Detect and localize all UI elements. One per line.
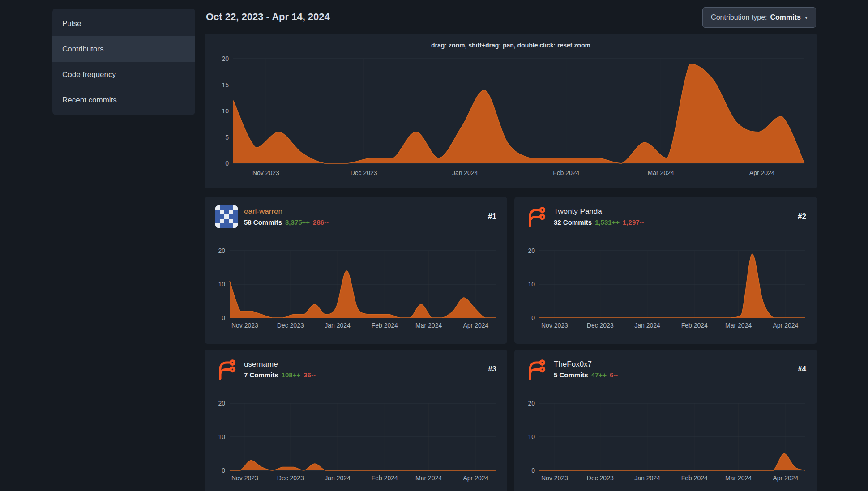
svg-text:Apr 2024: Apr 2024 [463,474,488,482]
contribution-type-dropdown[interactable]: Contribution type: Commits ▾ [702,7,816,28]
svg-text:Dec 2023: Dec 2023 [277,322,304,329]
svg-text:Jan 2024: Jan 2024 [634,322,660,329]
contributor-card: earl-warren 58 Commits 3,375++ 286-- #1 … [205,197,507,344]
contributors-page: Pulse Contributors Code frequency Recent… [0,0,868,491]
svg-text:0: 0 [531,467,535,474]
deletions-count: 1,297-- [623,218,644,226]
contributor-stats: 32 Commits 1,531++ 1,297-- [554,218,644,226]
svg-text:15: 15 [222,81,229,89]
svg-text:Jan 2024: Jan 2024 [325,322,351,329]
svg-text:Nov 2023: Nov 2023 [541,322,568,329]
svg-text:5: 5 [225,134,229,141]
contributor-card-header: username 7 Commits 108++ 36-- #3 [205,350,507,389]
svg-text:10: 10 [222,107,229,115]
chart-zoom-hint: drag: zoom, shift+drag: pan, double clic… [205,34,817,49]
contributor-card: Twenty Panda 32 Commits 1,531++ 1,297-- … [514,197,817,344]
contributor-card: username 7 Commits 108++ 36-- #3 Nov 202… [205,350,507,491]
rank-badge: #2 [798,212,806,221]
svg-text:Feb 2024: Feb 2024 [372,474,398,482]
svg-text:10: 10 [528,281,535,288]
svg-text:10: 10 [528,433,535,440]
svg-text:0: 0 [222,314,225,321]
contributor-name-link[interactable]: username [244,360,316,369]
svg-text:20: 20 [528,400,535,407]
identicon-avatar[interactable] [215,205,238,228]
svg-text:Dec 2023: Dec 2023 [587,322,614,329]
additions-count: 47++ [591,371,607,379]
svg-text:0: 0 [225,160,229,167]
svg-text:Mar 2024: Mar 2024 [725,322,752,329]
sidebar-item-contributors[interactable]: Contributors [52,36,195,62]
svg-text:Nov 2023: Nov 2023 [541,474,568,482]
date-range-title: Oct 22, 2023 - Apr 14, 2024 [206,11,330,23]
svg-text:Dec 2023: Dec 2023 [351,169,377,176]
contributor-activity-chart[interactable]: Nov 2023Dec 2023Jan 2024Feb 2024Mar 2024… [522,241,810,332]
svg-text:Nov 2023: Nov 2023 [231,322,258,329]
svg-text:Feb 2024: Feb 2024 [681,322,708,329]
svg-text:Nov 2023: Nov 2023 [231,474,258,482]
rank-badge: #4 [798,365,806,374]
contributor-activity-chart[interactable]: Nov 2023Dec 2023Jan 2024Feb 2024Mar 2024… [212,241,500,332]
commit-count: 5 Commits [554,371,588,379]
svg-text:Apr 2024: Apr 2024 [463,322,488,329]
contributors-activity-chart[interactable]: Nov 2023Dec 2023Jan 2024Feb 2024Mar 2024… [212,53,810,179]
svg-text:20: 20 [528,247,535,254]
activity-sidebar: Pulse Contributors Code frequency Recent… [52,9,195,115]
contributor-name-link[interactable]: earl-warren [244,207,329,216]
contributor-name-link[interactable]: TheFox0x7 [554,360,618,369]
deletions-count: 36-- [304,371,316,379]
svg-text:Apr 2024: Apr 2024 [773,474,798,482]
contributor-stats: 58 Commits 3,375++ 286-- [244,218,329,226]
sidebar-item-code-frequency[interactable]: Code frequency [52,62,195,87]
svg-text:20: 20 [222,55,229,62]
contributor-card: TheFox0x7 5 Commits 47++ 6-- #4 Nov 2023… [514,350,817,491]
additions-count: 1,531++ [595,218,620,226]
forgejo-logo-avatar[interactable] [215,358,238,380]
contributor-name-link[interactable]: Twenty Panda [554,207,644,216]
svg-text:Jan 2024: Jan 2024 [325,474,351,482]
contributor-card-header: earl-warren 58 Commits 3,375++ 286-- #1 [205,197,507,236]
svg-text:20: 20 [218,400,225,407]
svg-text:Feb 2024: Feb 2024 [681,474,708,482]
contributor-activity-chart[interactable]: Nov 2023Dec 2023Jan 2024Feb 2024Mar 2024… [522,393,810,485]
deletions-count: 286-- [313,218,329,226]
svg-text:Mar 2024: Mar 2024 [415,474,442,482]
contributor-stats: 5 Commits 47++ 6-- [554,371,618,379]
svg-text:Feb 2024: Feb 2024 [372,322,398,329]
contributor-card-header: Twenty Panda 32 Commits 1,531++ 1,297-- … [514,197,817,236]
sidebar-item-pulse[interactable]: Pulse [52,11,195,36]
commit-count: 7 Commits [244,371,278,379]
contributor-card-header: TheFox0x7 5 Commits 47++ 6-- #4 [514,350,817,389]
contribution-type-label: Contribution type: [711,13,767,21]
forgejo-logo-avatar[interactable] [525,358,547,380]
forgejo-logo-avatar[interactable] [525,205,547,228]
contributor-stats: 7 Commits 108++ 36-- [244,371,316,379]
rank-badge: #1 [488,212,496,221]
deletions-count: 6-- [610,371,618,379]
svg-text:20: 20 [218,247,225,254]
svg-text:Jan 2024: Jan 2024 [452,169,478,176]
commit-count: 58 Commits [244,218,282,226]
contribution-type-value: Commits [770,13,801,21]
svg-text:Apr 2024: Apr 2024 [749,169,775,176]
contributor-activity-chart[interactable]: Nov 2023Dec 2023Jan 2024Feb 2024Mar 2024… [212,393,500,485]
additions-count: 108++ [282,371,301,379]
overall-activity-panel: drag: zoom, shift+drag: pan, double clic… [205,34,817,188]
svg-text:Mar 2024: Mar 2024 [648,169,674,176]
svg-text:Apr 2024: Apr 2024 [773,322,798,329]
svg-text:10: 10 [218,433,225,440]
svg-text:Mar 2024: Mar 2024 [415,322,442,329]
svg-text:0: 0 [222,467,225,474]
sidebar-item-recent-commits[interactable]: Recent commits [52,87,195,113]
svg-text:Nov 2023: Nov 2023 [252,169,279,176]
chevron-down-icon: ▾ [805,14,808,21]
rank-badge: #3 [488,365,496,374]
svg-text:Mar 2024: Mar 2024 [725,474,752,482]
commit-count: 32 Commits [554,218,592,226]
additions-count: 3,375++ [285,218,310,226]
svg-text:Jan 2024: Jan 2024 [634,474,660,482]
svg-text:10: 10 [218,281,225,288]
svg-text:Dec 2023: Dec 2023 [587,474,614,482]
svg-text:Dec 2023: Dec 2023 [277,474,304,482]
svg-text:Feb 2024: Feb 2024 [553,169,579,176]
